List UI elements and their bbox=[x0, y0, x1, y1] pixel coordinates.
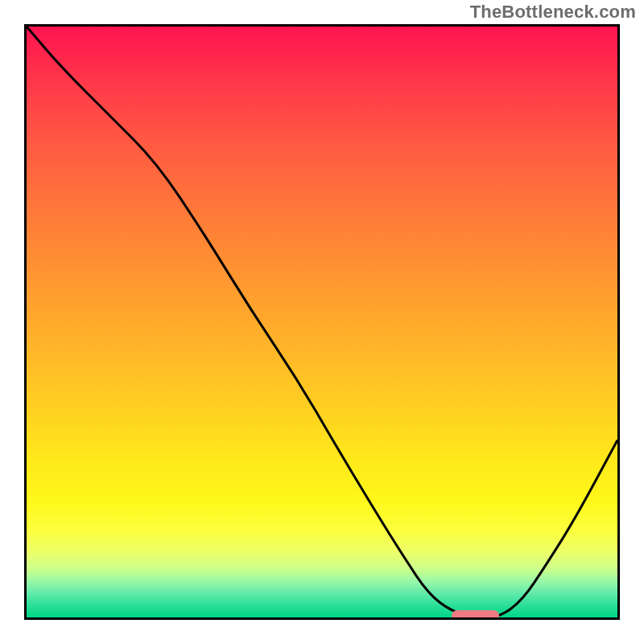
curve-path bbox=[27, 27, 617, 617]
chart-canvas: TheBottleneck.com bbox=[0, 0, 644, 644]
plot-frame bbox=[24, 24, 620, 620]
optimum-marker bbox=[452, 610, 499, 620]
bottleneck-curve bbox=[27, 27, 617, 617]
watermark-text: TheBottleneck.com bbox=[470, 2, 636, 23]
